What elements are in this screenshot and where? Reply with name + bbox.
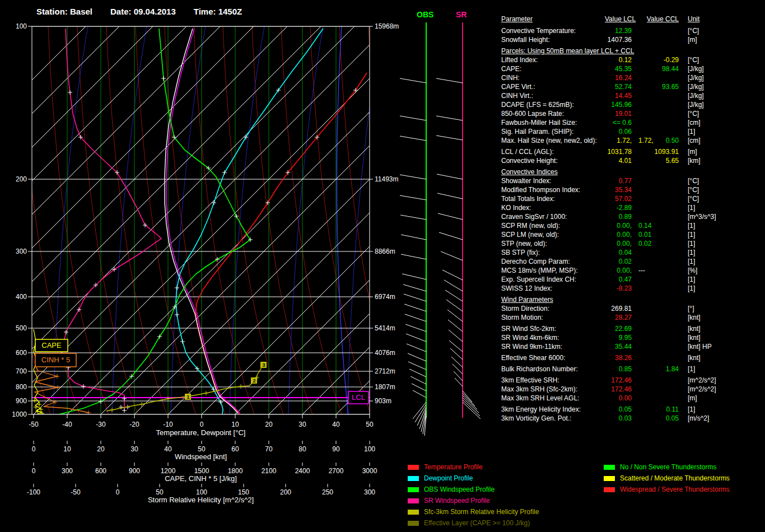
moist-adiabat-line <box>465 26 500 414</box>
wind-barb <box>406 334 426 342</box>
axis-tick-label: 20 <box>97 445 105 453</box>
param-unit: [1] <box>688 257 695 266</box>
param-value-lcl: 12.39 <box>605 26 632 35</box>
profile-legend-item: Effective Layer (CAPE >= 100 J/kg) <box>408 517 539 529</box>
param-value-lcl: 38.26 <box>605 353 632 362</box>
profile-point-marker <box>122 408 127 413</box>
param-label: Convective Height: <box>501 156 605 165</box>
table-row: STP (new, old):0.00,0.02[1] <box>501 239 716 248</box>
param-label: SR Wind 9km-11km: <box>501 342 605 351</box>
pressure-tick-label: 400 <box>16 293 27 301</box>
axis-tick-label: 40 <box>164 445 172 453</box>
lcl-label-box-label: LCL <box>352 393 365 402</box>
param-value-ccl-num: 93.65 <box>662 82 679 91</box>
axis-tick-label: 10 <box>63 445 71 453</box>
param-unit: [J/kg] <box>688 91 704 100</box>
profile-point-marker <box>239 384 243 389</box>
altitude-tick-label: 2712m <box>375 367 395 375</box>
table-row: SR Wind 4km-6km:9.95[knt] <box>501 333 716 342</box>
altitude-tick-label: 6974m <box>375 293 395 301</box>
cinh-label-box: CINH * 5 <box>35 353 76 367</box>
wind-barb <box>407 344 426 352</box>
moist-adiabat-line <box>230 26 264 414</box>
param-label: Effective Shear 6000: <box>501 353 605 362</box>
altitude-tick-label: 11493m <box>375 175 398 183</box>
param-label: Exp. Supercell Index CH: <box>501 275 605 284</box>
table-row: Craven SigSvr / 1000:0.89[m^3/s^3] <box>501 212 716 221</box>
axis-tick-label: 300 <box>62 467 73 475</box>
sr-column-header: SR <box>456 10 467 19</box>
param-unit: [J/kg] <box>688 64 704 73</box>
param-value-lcl: 19.01 <box>605 109 632 118</box>
param-unit: [1] <box>688 230 695 239</box>
table-row: Convective Temperature:12.39[°C] <box>501 26 716 35</box>
axis-tick-label: 90 <box>332 445 340 453</box>
param-value-lcl: <= 0.6 <box>605 118 632 127</box>
param-label: SCP RM (new, old): <box>501 221 605 230</box>
param-value-lcl: 0.00, <box>605 239 632 248</box>
wind-barb <box>436 116 463 120</box>
param-unit: [1] <box>688 248 695 257</box>
param-value-lcl: 1.72, <box>605 136 632 145</box>
legend-swatch-icon <box>604 487 615 492</box>
wind-barb <box>400 136 426 141</box>
table-row: SCP LM (new, old):0.00,0.01[1] <box>501 230 716 239</box>
param-unit: [°C] <box>688 185 699 194</box>
wind-barb <box>404 294 426 301</box>
param-unit: [knt] <box>688 353 701 362</box>
profile-point-marker <box>175 286 179 290</box>
dry-adiabat-line <box>165 26 225 414</box>
profile-point-marker <box>110 408 114 412</box>
table-row: Showalter Index:0.77[°C] <box>501 176 716 185</box>
axis-tick-label: 2100 <box>262 467 277 475</box>
lcl-label-box: LCL <box>348 391 368 404</box>
param-label: Showalter Index: <box>501 176 605 185</box>
wind-barb <box>438 213 463 220</box>
param-value-lcl: 0.05 <box>605 405 632 414</box>
table-row: Modified Thompson Index:35.34[°C] <box>501 185 716 194</box>
param-value-lcl: 172.46 <box>605 385 632 394</box>
param-unit: [1] <box>688 221 695 230</box>
param-value-lcl: 0.00, <box>605 221 632 230</box>
param-label: 850-600 Lapse Rate: <box>501 109 605 118</box>
axis-tick-label: 100 <box>364 445 375 453</box>
table-row: CINH Virt.:14.45[J/kg] <box>501 91 716 100</box>
legend-swatch-icon <box>408 487 419 492</box>
axis-tick-label: 70 <box>265 445 273 453</box>
axis-tick-label: 60 <box>231 445 239 453</box>
param-value-ccl: 93.65 <box>632 82 679 91</box>
profile-point-marker <box>180 339 185 344</box>
profile-point-marker <box>175 312 179 317</box>
table-row: 3km Effective SRH:172.46[m^2/s^2] <box>501 376 716 385</box>
table-row: MCS 18m/s (MMP, MSP):0.00,---[%] <box>501 266 716 275</box>
param-unit: [m] <box>688 394 697 403</box>
wind-barb <box>411 376 426 384</box>
parameter-table: Parameter Value LCL Value CCL Unit Conve… <box>501 15 716 423</box>
section-title: Wind Parameters <box>501 295 716 304</box>
wind-barb <box>405 324 426 332</box>
axis-tick-label: -100 <box>27 488 40 496</box>
param-unit: [knt] HP <box>688 342 712 351</box>
axis-tick-label: 100 <box>196 488 207 496</box>
param-label: SCP LM (new, old): <box>501 230 605 239</box>
wind-barb <box>449 340 463 352</box>
thunderstorm-legend-item: Widespread / Severe Thunderstorms <box>604 484 730 495</box>
param-unit: [cm] <box>688 136 701 145</box>
param-unit: [knt] <box>688 313 701 322</box>
param-label: SWISS 12 Index: <box>501 284 605 293</box>
param-label: SR Wind Sfc-2km: <box>501 324 605 333</box>
obs-wind-column <box>400 22 426 436</box>
axis-tick-label: 30 <box>298 421 306 428</box>
table-row: 3km Energy Helicity Index:0.050.11[1] <box>501 405 716 414</box>
wind-barb <box>409 369 426 377</box>
dry-adiabat-line <box>223 26 283 414</box>
dry-adiabat-line <box>106 26 167 414</box>
thunderstorm-legend-item: No / Non Severe Thunderstorms <box>604 461 730 473</box>
isotherm-line <box>134 26 523 414</box>
param-value-ccl: -0.29 <box>632 55 679 64</box>
sr-wind-column <box>436 22 481 419</box>
param-label: 3km Vorticity Gen. Pot.: <box>501 414 605 423</box>
param-value-lcl: 22.69 <box>605 324 632 333</box>
table-row: Storm Motion:28.27[knt] <box>501 313 716 322</box>
param-label: Max 3km SRH (Sfc-2km): <box>501 385 605 394</box>
